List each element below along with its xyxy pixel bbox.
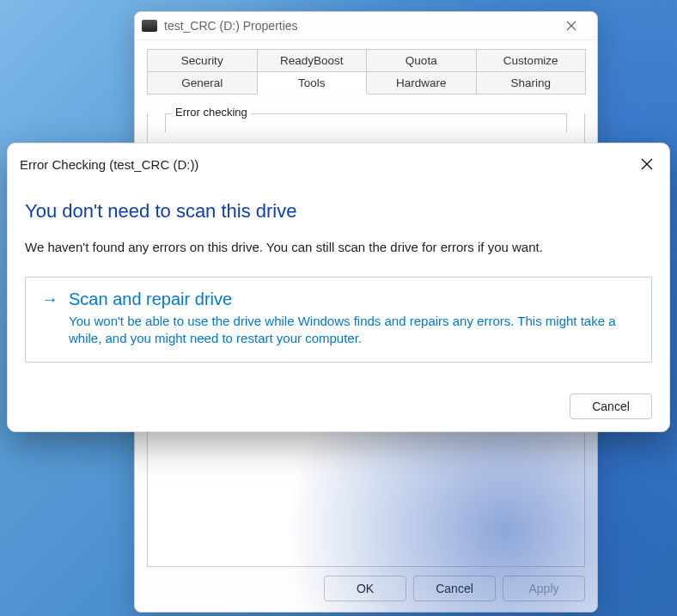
arrow-right-icon: → [41,290,58,348]
tab-hardware[interactable]: Hardware [366,71,477,95]
properties-title: test_CRC (D:) Properties [164,19,552,33]
dialog-message: We haven't found any errors on this driv… [25,240,652,254]
dialog-body: You don't need to scan this drive We hav… [8,180,669,363]
properties-buttons: OK Cancel Apply [135,567,597,612]
properties-titlebar: test_CRC (D:) Properties [135,12,597,40]
error-checking-groupbox: Error checking [165,113,567,132]
error-checking-dialog: Error Checking (test_CRC (D:)) You don't… [7,143,670,432]
tab-security[interactable]: Security [147,49,258,71]
ok-button[interactable]: OK [324,576,406,601]
tab-tools[interactable]: Tools [257,71,368,95]
groupbox-label: Error checking [172,106,251,119]
tab-row-2: General Tools Hardware Sharing [147,71,585,95]
cancel-button[interactable]: Cancel [570,393,652,419]
action-description: You won't be able to use the drive while… [69,313,636,348]
tab-sharing[interactable]: Sharing [476,71,587,95]
action-text: Scan and repair drive You won't be able … [69,290,636,348]
tab-readyboost[interactable]: ReadyBoost [257,49,368,71]
action-title: Scan and repair drive [69,290,636,309]
drive-icon [142,20,157,32]
apply-button: Apply [503,576,585,601]
close-icon[interactable] [635,152,659,176]
dialog-buttons: Cancel [8,393,669,419]
dialog-title: Error Checking (test_CRC (D:)) [20,157,635,172]
cancel-button[interactable]: Cancel [413,576,496,601]
close-icon[interactable] [552,13,590,39]
tab-row-1: Security ReadyBoost Quota Customize [147,49,585,71]
dialog-heading: You don't need to scan this drive [25,200,652,223]
tab-customize[interactable]: Customize [476,49,587,71]
tab-quota[interactable]: Quota [366,49,477,71]
scan-and-repair-action[interactable]: → Scan and repair drive You won't be abl… [25,277,652,363]
tab-general[interactable]: General [147,71,258,95]
dialog-header: Error Checking (test_CRC (D:)) [8,143,669,180]
